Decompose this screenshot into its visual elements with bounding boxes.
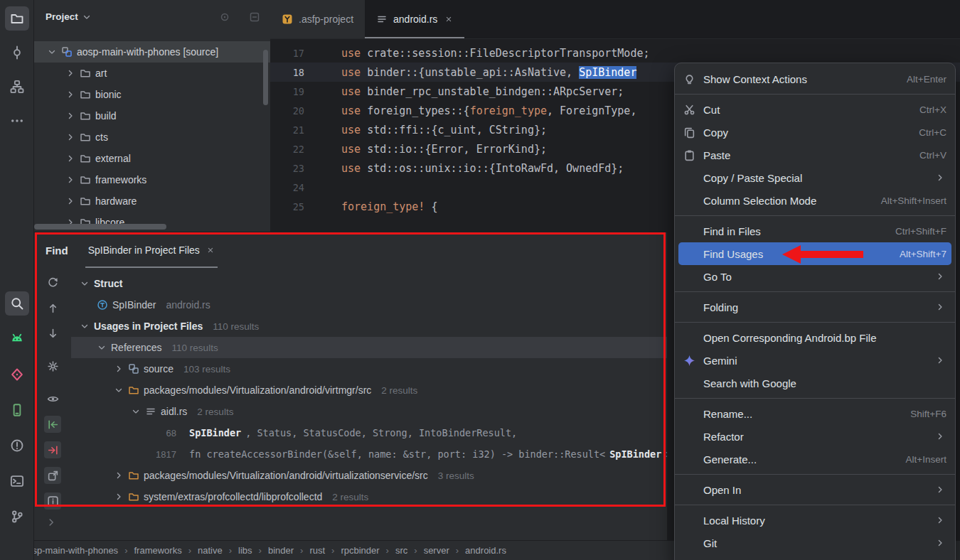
- chevron-down-icon[interactable]: [80, 279, 90, 289]
- breadcrumb-item[interactable]: android.rs: [465, 545, 506, 556]
- chevron-right-icon[interactable]: [65, 90, 75, 99]
- menu-item-git[interactable]: Git: [675, 532, 955, 554]
- menu-item-local-history[interactable]: Local History: [675, 509, 955, 532]
- folder-icon: [80, 153, 91, 164]
- menu-item-cut[interactable]: CutCtrl+X: [675, 98, 955, 121]
- chevron-right-icon[interactable]: [114, 364, 124, 374]
- nav-back-green-button[interactable]: [44, 416, 61, 433]
- find-tab[interactable]: SpIBinder in Project Files: [85, 232, 218, 268]
- tool-window-button-android[interactable]: [5, 327, 29, 351]
- menu-item-go-to[interactable]: Go To: [675, 265, 955, 288]
- chevron-right-icon[interactable]: [114, 492, 124, 502]
- chevron-down-icon[interactable]: [47, 47, 57, 57]
- tool-window-button-more[interactable]: [5, 109, 29, 133]
- breadcrumb-item[interactable]: native: [198, 545, 223, 556]
- chevron-right-icon[interactable]: [114, 470, 124, 480]
- info-button[interactable]: [44, 492, 61, 510]
- chevron-right-icon[interactable]: [65, 196, 75, 206]
- find-tree-row[interactable]: aidl.rs2 results: [71, 401, 667, 422]
- menu-item-open-in[interactable]: Open In: [675, 478, 955, 501]
- horizontal-scrollbar[interactable]: [34, 224, 166, 230]
- tool-window-button-commit[interactable]: [5, 41, 29, 65]
- chevron-right-icon[interactable]: [65, 111, 75, 121]
- find-tree-row[interactable]: References110 results: [71, 337, 667, 358]
- code-line[interactable]: 17use crate::session::FileDescriptorTran…: [270, 43, 960, 63]
- menu-item-column-selection-mode[interactable]: Column Selection ModeAlt+Shift+Insert: [675, 189, 955, 212]
- menu-item-open-corresponding-android-bp-file[interactable]: Open Corresponding Android.bp File: [675, 326, 955, 349]
- tool-window-button-terminal[interactable]: [5, 469, 29, 493]
- project-tree-row[interactable]: frameworks: [34, 169, 270, 190]
- menu-item-find-usages[interactable]: Find UsagesAlt+Shift+7: [678, 242, 951, 265]
- project-tree-row[interactable]: cts: [34, 126, 270, 148]
- chevron-right-icon[interactable]: [65, 132, 75, 142]
- breadcrumb-item[interactable]: src: [395, 545, 407, 556]
- chevron-down-icon[interactable]: [97, 343, 107, 352]
- arrow-up-button[interactable]: [44, 299, 61, 316]
- project-tree-row[interactable]: bionic: [34, 84, 270, 105]
- breadcrumb-label: native: [198, 545, 223, 556]
- menu-item-find-in-files[interactable]: Find in FilesCtrl+Shift+F: [675, 220, 955, 242]
- chevron-right-icon[interactable]: [65, 68, 75, 78]
- project-tree-row[interactable]: aosp-main-with-phones [source]: [34, 41, 270, 63]
- project-title[interactable]: Project: [46, 11, 92, 22]
- project-tree-row[interactable]: art: [34, 63, 270, 84]
- breadcrumb-item[interactable]: server: [424, 545, 449, 556]
- breadcrumb-separator: ›: [124, 545, 127, 556]
- menu-item-paste[interactable]: PasteCtrl+V: [675, 144, 955, 166]
- menu-item-copy[interactable]: CopyCtrl+C: [675, 121, 955, 144]
- breadcrumb-item[interactable]: rpcbinder: [341, 545, 379, 556]
- menu-item-search-with-google[interactable]: Search with Google: [675, 372, 955, 394]
- project-tree-row[interactable]: hardware: [34, 190, 270, 212]
- gear-button[interactable]: [44, 357, 61, 375]
- locate-opened-file-icon[interactable]: [219, 11, 230, 23]
- tool-window-button-search[interactable]: [5, 291, 29, 316]
- nav-forward-red-button[interactable]: [44, 441, 61, 458]
- vertical-scrollbar[interactable]: [263, 50, 268, 105]
- find-tree-row[interactable]: 1817fn createAccessorBinder(&self, name:…: [71, 443, 667, 465]
- tool-window-button-running-devices[interactable]: [5, 398, 29, 422]
- find-tree-row[interactable]: packages/modules/Virtualization/android/…: [71, 465, 667, 486]
- tool-window-button-project[interactable]: [5, 6, 29, 31]
- editor-tab-android-rs[interactable]: android.rs: [365, 0, 464, 38]
- tool-window-button-structure[interactable]: [5, 75, 29, 99]
- editor-tab--asfp-project[interactable]: .asfp-project: [270, 0, 365, 38]
- collapse-all-icon[interactable]: [249, 11, 260, 23]
- project-tree-row[interactable]: external: [34, 148, 270, 169]
- project-tree-row[interactable]: build: [34, 105, 270, 126]
- breadcrumb-item[interactable]: rust: [309, 545, 325, 556]
- close-icon[interactable]: [444, 15, 453, 23]
- menu-item-folding[interactable]: Folding: [675, 296, 955, 318]
- chevron-down-icon[interactable]: [80, 321, 90, 331]
- chevron-right-icon[interactable]: [46, 517, 57, 528]
- chevron-down-icon[interactable]: [114, 385, 124, 395]
- arrow-down-button[interactable]: [44, 325, 61, 342]
- open-in-editor-button[interactable]: [44, 467, 61, 484]
- refresh-button[interactable]: [44, 274, 61, 291]
- chevron-right-icon[interactable]: [65, 154, 75, 163]
- find-tree-row[interactable]: packages/modules/Virtualization/android/…: [71, 379, 667, 401]
- find-tree-row[interactable]: Struct: [71, 273, 667, 294]
- find-node-meta: android.rs: [166, 299, 210, 311]
- tool-window-button-app-insights[interactable]: [5, 362, 29, 387]
- tool-window-button-problems[interactable]: [5, 434, 29, 458]
- find-tree-row[interactable]: Usages in Project Files110 results: [71, 316, 667, 337]
- find-tree-row[interactable]: 68SpIBinder, Status, StatusCode, Strong,…: [71, 422, 667, 443]
- eye-button[interactable]: [44, 390, 61, 407]
- chevron-right-icon[interactable]: [65, 175, 75, 185]
- close-icon[interactable]: [206, 246, 215, 254]
- find-tree-row[interactable]: source103 results: [71, 358, 667, 379]
- menu-item-gemini[interactable]: Gemini: [675, 349, 955, 372]
- menu-item-copy-paste-special[interactable]: Copy / Paste Special: [675, 166, 955, 189]
- tool-window-button-git-branch[interactable]: [5, 505, 29, 529]
- menu-item-generate[interactable]: Generate...Alt+Insert: [675, 448, 955, 470]
- breadcrumb-item[interactable]: frameworks: [134, 545, 181, 556]
- menu-item-show-context-actions[interactable]: Show Context ActionsAlt+Enter: [675, 68, 955, 90]
- menu-item-refactor[interactable]: Refactor: [675, 425, 955, 448]
- find-tree-row[interactable]: system/extras/profcollectd/libprofcollec…: [71, 486, 667, 507]
- chevron-down-icon[interactable]: [131, 406, 141, 416]
- find-tree-row[interactable]: SpIBinderandroid.rs: [71, 294, 667, 316]
- breadcrumb-item[interactable]: libs: [238, 545, 252, 556]
- breadcrumb-item[interactable]: binder: [268, 545, 294, 556]
- menu-item-rename[interactable]: Rename...Shift+F6: [675, 402, 955, 425]
- submenu-arrow-icon: [935, 485, 946, 495]
